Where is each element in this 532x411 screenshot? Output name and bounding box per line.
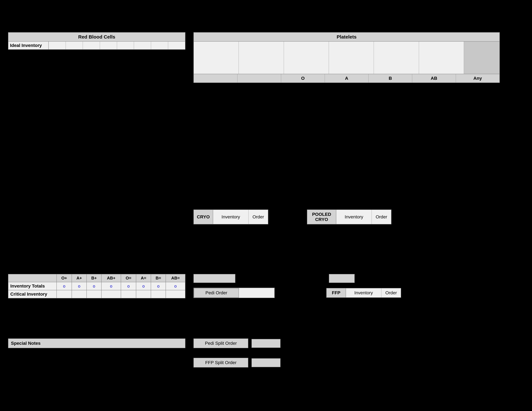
platelets-cell-2[interactable] <box>239 42 284 74</box>
inv-totals-bplus[interactable]: o <box>86 282 101 290</box>
platelets-bottom-empty-2 <box>238 74 281 83</box>
inv-col-bminus: B= <box>151 274 166 282</box>
rbc-header: Red Blood Cells <box>8 32 185 42</box>
cryo-section: CRYO Inventory Order POOLED CRYO Invento… <box>193 210 391 224</box>
platelets-bottom-row: O A B AB Any <box>193 74 500 83</box>
rbc-cell-8[interactable] <box>168 42 185 49</box>
inv-totals-ominus[interactable]: o <box>121 282 136 290</box>
platelets-bottom-a: A <box>325 74 369 83</box>
inv-totals-header-row: O+ A+ B+ AB+ O= A= B= AB= <box>8 274 185 282</box>
critical-bplus[interactable] <box>86 290 101 298</box>
platelets-cell-4[interactable] <box>329 42 374 74</box>
rbc-cell-1[interactable] <box>49 42 66 49</box>
special-notes-section: Special Notes <box>8 338 185 348</box>
ffp-standalone-input[interactable] <box>329 274 355 283</box>
critical-oplus[interactable] <box>57 290 72 298</box>
pedi-order-label: Pedi Order <box>194 288 239 298</box>
main-page: Red Blood Cells Ideal Inventory Platelet… <box>0 0 532 411</box>
platelets-bottom-ab: AB <box>412 74 456 83</box>
rbc-cell-2[interactable] <box>66 42 83 49</box>
critical-inv-row: Critical Inventory <box>8 290 185 298</box>
rbc-cell-4[interactable] <box>100 42 117 49</box>
pedi-standalone-row <box>193 274 401 283</box>
platelets-bottom-any: Any <box>456 74 499 83</box>
platelets-panel: Platelets O A B AB Any <box>193 32 500 83</box>
ffp-split-input[interactable] <box>251 358 281 367</box>
inv-totals-panel: O+ A+ B+ AB+ O= A= B= AB= Inventory Tota… <box>8 274 185 298</box>
cryo-inventory[interactable]: Inventory <box>213 210 249 224</box>
critical-inv-label: Critical Inventory <box>8 290 57 298</box>
rbc-cell-5[interactable] <box>117 42 134 49</box>
platelets-bottom-b: B <box>369 74 412 83</box>
rbc-ideal-row: Ideal Inventory <box>8 42 185 50</box>
inv-col-label <box>8 274 57 282</box>
inv-col-aminus: A= <box>136 274 151 282</box>
platelets-header: Platelets <box>193 32 500 42</box>
pedi-order-box: Pedi Order <box>193 288 275 298</box>
platelets-bottom-empty-1 <box>194 74 238 83</box>
ffp-label: FFP <box>327 288 346 297</box>
pedi-standalone-input[interactable] <box>193 274 235 283</box>
ffp-box: FFP Inventory Order <box>326 288 401 298</box>
platelets-top-row <box>193 42 500 74</box>
pedi-ffp-section: Pedi Order FFP Inventory Order <box>193 274 401 298</box>
rbc-panel: Red Blood Cells Ideal Inventory <box>8 32 185 50</box>
pedi-split-input[interactable] <box>251 339 281 348</box>
split-orders-section: Pedi Split Order FFP Split Order <box>193 338 281 367</box>
inv-col-bplus: B+ <box>86 274 101 282</box>
platelets-cell-6[interactable] <box>419 42 464 74</box>
pooled-cryo-box: POOLED CRYO Inventory Order <box>307 210 391 224</box>
rbc-cell-7[interactable] <box>151 42 168 49</box>
cryo-box: CRYO Inventory Order <box>193 210 268 224</box>
cryo-label: CRYO <box>194 210 213 224</box>
inv-totals-aminus[interactable]: o <box>136 282 151 290</box>
ffp-split-label: FFP Split Order <box>193 358 248 367</box>
pedi-ffp-boxes-row: Pedi Order FFP Inventory Order <box>193 288 401 298</box>
platelets-cell-1[interactable] <box>194 42 239 74</box>
cryo-order[interactable]: Order <box>249 210 268 224</box>
platelets-cell-gray <box>464 42 499 74</box>
critical-bminus[interactable] <box>151 290 166 298</box>
inv-totals-bminus[interactable]: o <box>151 282 166 290</box>
rbc-ideal-label: Ideal Inventory <box>8 42 49 49</box>
inv-totals-row: Inventory Totals o o o o o o o o <box>8 282 185 290</box>
inv-col-abminus: AB= <box>166 274 185 282</box>
pooled-cryo-label: POOLED CRYO <box>307 210 336 224</box>
critical-abminus[interactable] <box>166 290 185 298</box>
critical-aminus[interactable] <box>136 290 151 298</box>
ffp-split-row: FFP Split Order <box>193 358 281 367</box>
inv-col-abplus: AB+ <box>101 274 121 282</box>
pooled-cryo-inventory[interactable]: Inventory <box>336 210 372 224</box>
inv-totals-label: Inventory Totals <box>8 282 57 290</box>
rbc-cell-3[interactable] <box>83 42 100 49</box>
pedi-split-label: Pedi Split Order <box>193 338 248 348</box>
platelets-cell-3[interactable] <box>284 42 329 74</box>
platelets-cell-5[interactable] <box>374 42 419 74</box>
pooled-cryo-order[interactable]: Order <box>372 210 391 224</box>
critical-abplus[interactable] <box>101 290 121 298</box>
pedi-split-row: Pedi Split Order <box>193 338 281 348</box>
pedi-order-inventory[interactable] <box>239 288 274 298</box>
platelets-bottom-o: O <box>281 74 325 83</box>
special-notes-bar: Special Notes <box>8 338 185 348</box>
ffp-order[interactable]: Order <box>381 288 401 297</box>
inv-col-oplus: O+ <box>57 274 72 282</box>
rbc-cell-6[interactable] <box>134 42 151 49</box>
inv-totals-oplus[interactable]: o <box>57 282 72 290</box>
critical-ominus[interactable] <box>121 290 136 298</box>
critical-aplus[interactable] <box>72 290 86 298</box>
inv-totals-aplus[interactable]: o <box>72 282 86 290</box>
inv-col-ominus: O= <box>121 274 136 282</box>
inv-totals-abminus[interactable]: o <box>166 282 185 290</box>
inv-col-aplus: A+ <box>72 274 86 282</box>
ffp-inventory[interactable]: Inventory <box>346 288 381 297</box>
inv-totals-table: O+ A+ B+ AB+ O= A= B= AB= Inventory Tota… <box>8 274 185 298</box>
inv-totals-abplus[interactable]: o <box>101 282 121 290</box>
